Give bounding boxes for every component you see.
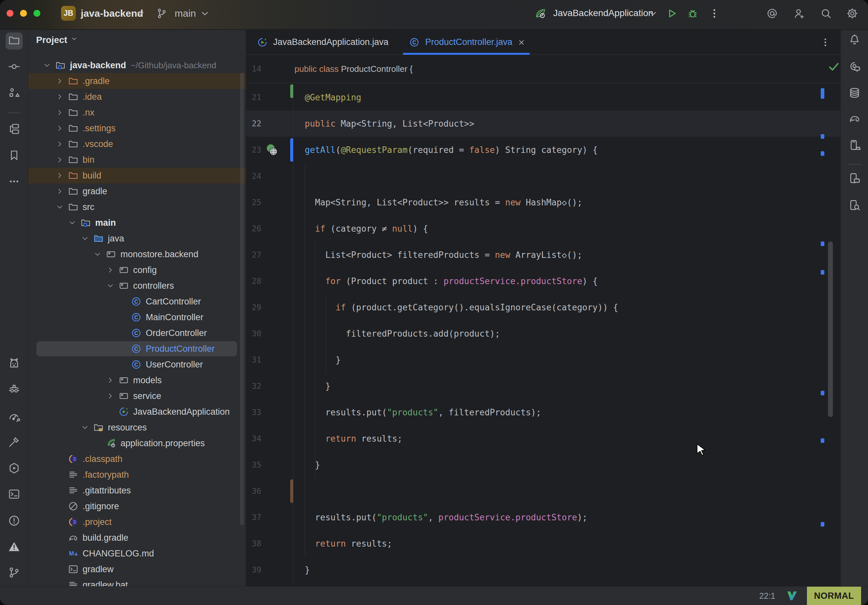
line-number[interactable]: 36: [246, 478, 261, 504]
chevron-expanded-icon[interactable]: [90, 247, 105, 261]
chevron-expanded-icon[interactable]: [40, 58, 54, 73]
tree-row-build[interactable]: build: [28, 168, 246, 183]
hierarchy-tool-button[interactable]: [6, 121, 23, 138]
code-with-me-button[interactable]: [791, 6, 807, 21]
branch-switcher[interactable]: main: [175, 8, 196, 19]
tree-row--gitignore[interactable]: .gitignore: [28, 498, 246, 514]
chevron-collapsed-icon[interactable]: [53, 74, 67, 88]
tree-row-usercontroller[interactable]: CUserController: [28, 357, 246, 372]
code-line-23[interactable]: 23getAll(@RequestParam(required = false)…: [246, 137, 840, 163]
commit-tool-button[interactable]: [6, 59, 23, 76]
tree-row-gradle[interactable]: gradle: [28, 183, 246, 199]
tree-row--idea[interactable]: .idea: [28, 89, 246, 105]
close-tab-icon[interactable]: ×: [518, 37, 525, 48]
tree-row-java-backend[interactable]: java-backend~/Github/java-backend: [28, 57, 246, 73]
ai-agent-tool-button[interactable]: [6, 381, 23, 398]
tree-row--classpath[interactable]: .classpath: [28, 451, 246, 467]
line-number[interactable]: 28: [246, 268, 261, 294]
tree-row--vscode[interactable]: .vscode: [28, 136, 246, 152]
line-number[interactable]: 37: [246, 504, 261, 531]
structure-tool-button[interactable]: [6, 85, 23, 102]
stripe-mark[interactable]: [821, 134, 825, 139]
line-number[interactable]: 29: [246, 294, 261, 320]
line-number[interactable]: 25: [246, 189, 261, 215]
tree-row-javabackendapplication[interactable]: JavaBackendApplication: [28, 404, 246, 419]
tree-row-cartcontroller[interactable]: CCartController: [28, 294, 246, 309]
chevron-expanded-icon[interactable]: [78, 231, 92, 246]
line-number[interactable]: 23: [246, 137, 261, 163]
device-explorer-tool-button[interactable]: [846, 197, 863, 214]
line-number[interactable]: 27: [246, 242, 261, 268]
tree-row-controllers[interactable]: controllers: [28, 278, 246, 294]
tree-row-maincontroller[interactable]: CMainController: [28, 309, 246, 325]
line-number[interactable]: 26: [246, 215, 261, 242]
line-number[interactable]: 35: [246, 452, 261, 478]
stripe-mark[interactable]: [821, 270, 825, 275]
profiler-tool-button[interactable]: [6, 409, 23, 426]
code-line-32[interactable]: 32}: [246, 373, 840, 399]
code-line-22[interactable]: 22public Map<String, List<Product>>: [246, 111, 840, 137]
line-number[interactable]: 34: [246, 426, 261, 452]
problems-tool-button[interactable]: [6, 513, 23, 530]
debug-button[interactable]: [685, 6, 701, 21]
tree-row-resources[interactable]: resources: [28, 419, 246, 435]
tree-row--factorypath[interactable]: .factorypath: [28, 467, 246, 483]
code-line-21[interactable]: 21@GetMapping: [246, 84, 840, 111]
gradle-tool-button[interactable]: [846, 111, 863, 128]
line-number[interactable]: 33: [246, 399, 261, 426]
line-number[interactable]: 39: [246, 557, 261, 583]
code-line-29[interactable]: 29if (product.getCategory().equalsIgnore…: [246, 294, 840, 320]
tree-row-application-properties[interactable]: application.properties: [28, 435, 246, 451]
tree-row-java[interactable]: java: [28, 231, 246, 246]
chevron-expanded-icon[interactable]: [53, 200, 67, 214]
inspections-ok-icon[interactable]: [827, 60, 840, 73]
tree-row-gradlew[interactable]: gradlew: [28, 562, 246, 577]
editor-scrollbar[interactable]: [828, 241, 833, 417]
tree-row-service[interactable]: service: [28, 388, 246, 404]
chevron-expanded-icon[interactable]: [78, 420, 92, 435]
code-line-34[interactable]: 34return results;: [246, 426, 840, 452]
tree-row-models[interactable]: models: [28, 372, 246, 388]
project-tool-button[interactable]: [6, 32, 23, 50]
copilot-tool-button[interactable]: [6, 355, 23, 372]
stripe-mark[interactable]: [821, 391, 825, 395]
code-line-30[interactable]: 30filteredProducts.add(product);: [246, 320, 840, 347]
code-line-27[interactable]: 27List<Product> filteredProducts = new A…: [246, 242, 840, 268]
code-line-24[interactable]: 24: [246, 163, 840, 189]
chevron-collapsed-icon[interactable]: [53, 168, 67, 183]
tree-row--nx[interactable]: .nx: [28, 105, 246, 121]
tab-javabackendapplication[interactable]: JavaBackendApplication.java: [246, 30, 398, 54]
tree-row--gradle[interactable]: .gradle: [28, 73, 246, 89]
code-line-33[interactable]: 33results.put("products", filteredProduc…: [246, 399, 840, 426]
tree-row--gitattributes[interactable]: .gitattributes: [28, 483, 246, 498]
tree-row-build-gradle[interactable]: build.gradle: [28, 530, 246, 546]
ai-assistant-chat-tool-button[interactable]: [846, 59, 863, 76]
run-configuration[interactable]: JavaBackendApplication: [553, 8, 653, 19]
line-number[interactable]: 22: [246, 111, 261, 137]
tree-row-changelog-md[interactable]: MCHANGELOG.md: [28, 546, 246, 562]
tree-row--settings[interactable]: .settings: [28, 121, 246, 136]
chevron-collapsed-icon[interactable]: [53, 105, 67, 120]
tree-row-src[interactable]: src: [28, 199, 246, 215]
project-panel-header[interactable]: Project: [36, 34, 79, 45]
chevron-collapsed-icon[interactable]: [103, 373, 118, 387]
caret-position[interactable]: 22:1: [760, 591, 775, 601]
line-number[interactable]: 30: [246, 320, 261, 347]
code-line-36[interactable]: 36: [246, 478, 840, 504]
line-number[interactable]: 24: [246, 163, 261, 189]
search-everywhere-button[interactable]: [818, 6, 834, 21]
tree-row-gradlew-bat[interactable]: gradlew.bat: [28, 577, 246, 586]
code-line-25[interactable]: 25Map<String, List<Product>> results = n…: [246, 189, 840, 215]
stripe-mark[interactable]: [821, 522, 825, 526]
terminal-tool-button[interactable]: [6, 486, 23, 503]
chevron-collapsed-icon[interactable]: [103, 263, 118, 277]
chevron-collapsed-icon[interactable]: [53, 90, 67, 104]
build-tool-button[interactable]: [6, 434, 23, 451]
code-line-35[interactable]: 35}: [246, 452, 840, 478]
bookmarks-tool-button[interactable]: [6, 147, 23, 164]
more-actions-button[interactable]: [707, 6, 722, 21]
line-number[interactable]: 32: [246, 373, 261, 399]
running-devices-tool-button[interactable]: [846, 137, 863, 154]
code-line-38[interactable]: 38return results;: [246, 531, 840, 557]
tree-row-bin[interactable]: bin: [28, 152, 246, 168]
